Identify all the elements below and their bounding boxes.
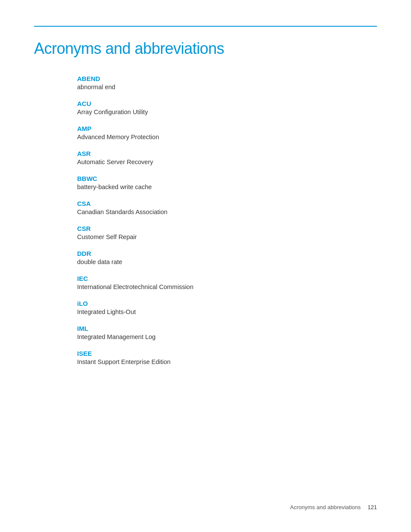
acronym-entry: IECInternational Electrotechnical Commis… [77,275,377,290]
acronym-term: IEC [77,275,377,282]
page: Acronyms and abbreviations ABENDabnormal… [0,0,411,532]
acronym-definition: Array Configuration Utility [77,109,377,115]
acronym-term: IML [77,325,377,332]
acronym-entry: ABENDabnormal end [77,75,377,90]
acronym-definition: Canadian Standards Association [77,208,377,215]
acronym-entry: ISEEInstant Support Enterprise Edition [77,350,377,365]
acronym-entry: AMPAdvanced Memory Protection [77,125,377,140]
acronym-definition: International Electrotechnical Commissio… [77,283,377,290]
page-footer: Acronyms and abbreviations 121 [290,504,377,510]
page-title: Acronyms and abbreviations [34,40,377,58]
acronym-entry: iLOIntegrated Lights-Out [77,300,377,315]
top-rule [34,26,377,27]
acronym-entry: DDRdouble data rate [77,250,377,265]
acronym-definition: Automatic Server Recovery [77,159,377,165]
acronym-term: iLO [77,300,377,307]
acronym-entry: BBWCbattery-backed write cache [77,175,377,190]
acronym-term: DDR [77,250,377,257]
footer-label: Acronyms and abbreviations [290,504,361,510]
acronym-definition: battery-backed write cache [77,184,377,190]
acronym-term: ISEE [77,350,377,357]
acronym-entry: CSRCustomer Self Repair [77,225,377,240]
acronym-definition: Advanced Memory Protection [77,134,377,140]
acronym-definition: Instant Support Enterprise Edition [77,358,377,365]
acronym-list: ABENDabnormal endACUArray Configuration … [77,75,377,365]
acronym-term: ASR [77,150,377,157]
acronym-definition: abnormal end [77,84,377,90]
acronym-definition: Integrated Lights-Out [77,308,377,315]
footer-page-number: 121 [367,504,377,510]
acronym-entry: ASRAutomatic Server Recovery [77,150,377,165]
acronym-term: ACU [77,100,377,107]
acronym-term: AMP [77,125,377,132]
acronym-entry: ACUArray Configuration Utility [77,100,377,115]
acronym-entry: CSACanadian Standards Association [77,200,377,215]
acronym-entry: IMLIntegrated Management Log [77,325,377,340]
acronym-term: CSA [77,200,377,207]
acronym-term: ABEND [77,75,377,82]
acronym-definition: double data rate [77,258,377,265]
acronym-term: BBWC [77,175,377,182]
acronym-term: CSR [77,225,377,232]
acronym-definition: Customer Self Repair [77,233,377,240]
acronym-definition: Integrated Management Log [77,333,377,340]
